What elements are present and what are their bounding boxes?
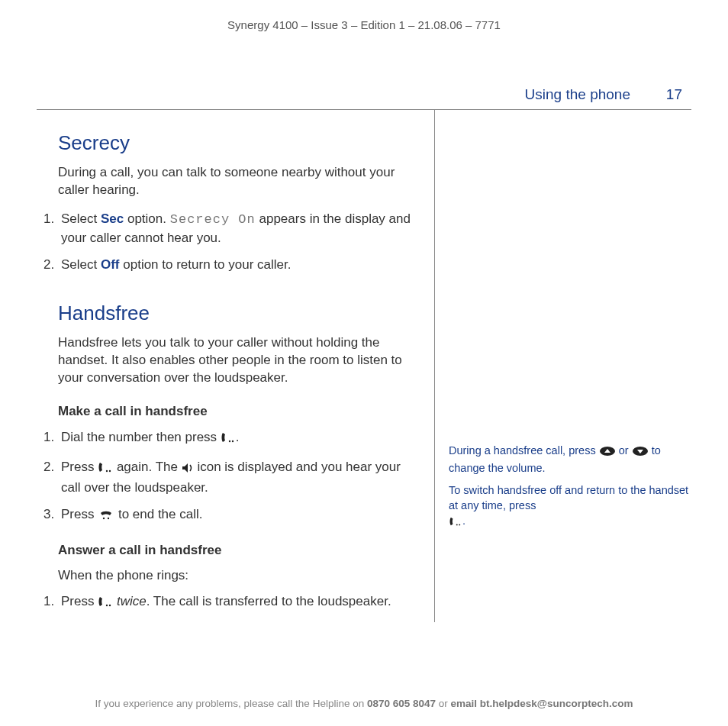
handsfree-block: Handsfree Handsfree lets you talk to you… (37, 302, 420, 613)
svg-point-10 (456, 524, 458, 526)
document-header: Synergy 4100 – Issue 3 – Edition 1 – 21.… (37, 18, 691, 31)
text: or (616, 444, 632, 457)
text: Press (61, 594, 98, 608)
text: Press (61, 507, 98, 521)
svg-point-1 (232, 440, 234, 442)
talk-key-icon (449, 515, 462, 531)
list-item: Press again. The icon is displayed and y… (58, 458, 420, 497)
list-item: Dial the number then press . (58, 428, 420, 449)
running-head: Using the phone 17 (37, 86, 691, 103)
content-columns: Secrecy During a call, you can talk to s… (37, 110, 691, 622)
list-item: Select Off option to return to your call… (58, 256, 420, 274)
talk-key-icon (221, 431, 236, 449)
spacer (449, 131, 691, 443)
svg-point-0 (229, 440, 230, 442)
talk-key-icon (98, 595, 113, 613)
helpline-phone: 0870 605 8047 (367, 698, 436, 709)
text: to end the call. (114, 507, 202, 521)
page-number: 17 (661, 86, 682, 103)
text: . (236, 430, 240, 444)
side-note-switch-off: To switch handsfree off and return to th… (449, 482, 691, 531)
text: or (436, 698, 451, 709)
svg-point-6 (106, 605, 108, 606)
text: option to return to your caller. (120, 257, 292, 272)
text: To switch handsfree off and return to th… (449, 484, 688, 511)
make-call-steps: Dial the number then press . Press again… (37, 428, 420, 526)
option-off: Off (101, 257, 120, 272)
svg-point-4 (103, 518, 105, 519)
talk-key-icon (98, 460, 113, 479)
document-page: Synergy 4100 – Issue 3 – Edition 1 – 21.… (0, 0, 728, 726)
list-item: Press twice. The call is transferred to … (58, 592, 420, 613)
secrecy-intro: During a call, you can talk to someone n… (58, 164, 420, 199)
list-item: Select Sec option. Secrecy On appears in… (58, 210, 420, 247)
text: . The call is transferred to the loudspe… (147, 594, 391, 608)
main-column: Secrecy During a call, you can talk to s… (37, 110, 435, 622)
side-note-volume: During a handsfree call, press or to cha… (449, 443, 691, 476)
text: Dial the number then press (61, 430, 221, 444)
text: If you experience any problems, please c… (95, 698, 366, 709)
up-button-icon (599, 445, 616, 460)
heading-secrecy: Secrecy (58, 131, 420, 155)
text: . (462, 515, 465, 527)
end-key-icon (98, 508, 114, 526)
svg-point-5 (108, 518, 109, 519)
text: option. (124, 211, 170, 226)
text: Press (61, 460, 98, 474)
svg-point-2 (106, 470, 108, 472)
text: During a handsfree call, press (449, 444, 599, 457)
page-footer: If you experience any problems, please c… (0, 698, 728, 709)
down-button-icon (632, 445, 649, 460)
heading-handsfree: Handsfree (58, 302, 420, 325)
answer-intro: When the phone rings: (58, 567, 420, 585)
speaker-icon (182, 460, 194, 479)
option-sec: Sec (101, 211, 124, 226)
italic-text: twice (117, 594, 147, 608)
text: Select (61, 257, 101, 272)
subhead-make-call: Make a call in handsfree (58, 404, 420, 419)
side-column: During a handsfree call, press or to cha… (435, 110, 691, 622)
section-title: Using the phone (525, 86, 630, 103)
svg-point-3 (109, 470, 111, 472)
text: Select (61, 211, 101, 226)
helpline-email: bt.helpdesk@suncorptech.com (480, 698, 633, 709)
list-item: Press to end the call. (58, 505, 420, 526)
svg-point-11 (459, 524, 460, 526)
subhead-answer-call: Answer a call in handsfree (58, 543, 420, 558)
handsfree-intro: Handsfree lets you talk to your caller w… (58, 334, 420, 387)
answer-call-steps: Press twice. The call is transferred to … (37, 592, 420, 613)
text: again. The (113, 460, 181, 474)
secrecy-steps: Select Sec option. Secrecy On appears in… (37, 210, 420, 274)
email-prefix: email (451, 698, 480, 709)
display-text: Secrecy On (170, 212, 256, 227)
svg-point-7 (109, 605, 111, 606)
